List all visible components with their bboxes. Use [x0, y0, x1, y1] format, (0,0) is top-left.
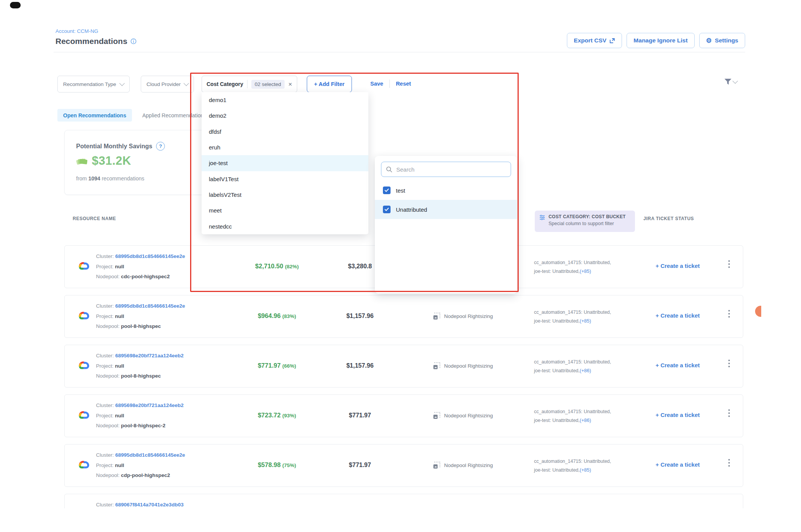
- settings-button[interactable]: ⚙ Settings: [699, 33, 745, 48]
- more-buckets-link[interactable]: (+85): [580, 269, 591, 274]
- column-header-jira-status[interactable]: JIRA TICKET STATUS: [643, 216, 694, 221]
- column-header-cost-category[interactable]: COST CATEGORY: COST BUCKET Special colum…: [535, 211, 635, 232]
- tab-open-recommendations[interactable]: Open Recommendations: [57, 109, 132, 122]
- funnel-icon: [724, 78, 732, 85]
- cluster-link[interactable]: 6895698e20bf721aa124eeb2: [115, 402, 184, 408]
- close-icon[interactable]: ×: [288, 81, 292, 88]
- gcp-cloud-icon: [77, 360, 91, 370]
- table-row[interactable]: Cluster: 6895698e20bf721aa124eeb2 Projec…: [64, 345, 743, 388]
- dropdown-item[interactable]: labelsV2Test: [202, 187, 368, 203]
- monthly-savings-value: $2,710.50 (82%): [233, 263, 321, 270]
- chevron-down-icon: [119, 81, 125, 86]
- dropdown-item[interactable]: demo2: [202, 108, 368, 123]
- reset-filter-link[interactable]: Reset: [396, 81, 411, 87]
- row-menu-icon[interactable]: [728, 260, 730, 268]
- help-icon[interactable]: ?: [156, 142, 165, 151]
- savings-subtitle: from 1094 recommendations: [76, 175, 144, 182]
- checkbox-checked-icon[interactable]: [383, 206, 391, 213]
- nodepool-rightsizing-icon: [433, 362, 441, 370]
- search-input[interactable]: Search: [381, 162, 511, 177]
- tab-applied-recommendations[interactable]: Applied Recommendations: [142, 109, 206, 122]
- checkbox-checked-icon[interactable]: [383, 187, 391, 194]
- cluster-link[interactable]: 68995db8d1c854666145ee2e: [115, 253, 185, 259]
- selected-count-badge: 02 selected: [251, 80, 285, 89]
- recommendation-type-cell: Nodepool Rightsizing: [433, 412, 493, 420]
- gcp-cloud-icon: [77, 310, 91, 320]
- cost-category-dropdown: demo1demo2dfdsferuhjoe-testlabelV1Testla…: [202, 92, 368, 234]
- table-row[interactable]: Cluster: 68995db8d1c854666145ee2e Projec…: [64, 444, 743, 487]
- cost-category-filter[interactable]: Cost Category 02 selected ×: [202, 76, 297, 92]
- nodepool-rightsizing-icon: [433, 461, 441, 469]
- chevron-down-icon: [184, 81, 189, 86]
- monthly-savings-value: $964.96 (83%): [233, 312, 321, 320]
- cluster-link[interactable]: 68995db8d1c854666145ee2e: [115, 303, 185, 309]
- gear-icon: ⚙: [706, 37, 712, 45]
- cost-category-cell: cc_automation_14715: Unattributed, joe-t…: [534, 407, 611, 425]
- more-buckets-link[interactable]: (+86): [580, 418, 591, 423]
- bucket-option-unattributed[interactable]: Unattributed: [375, 200, 517, 219]
- table-row[interactable]: Cluster: 68995db8d1c854666145ee2e Projec…: [64, 295, 743, 338]
- account-breadcrumb[interactable]: Account: CCM-NG: [55, 28, 98, 34]
- filter-panel-toggle[interactable]: [724, 78, 737, 85]
- more-buckets-link[interactable]: (+85): [580, 318, 591, 324]
- screenshot-artifact: [10, 2, 21, 8]
- cost-category-cell: cc_automation_14715: Unattributed, joe-t…: [534, 358, 611, 375]
- dropdown-item[interactable]: nestedcc: [202, 219, 368, 234]
- monthly-cost-value: $1,157.96: [322, 313, 398, 320]
- row-menu-icon[interactable]: [728, 459, 730, 467]
- page-title: Recommendations: [55, 37, 127, 46]
- column-header-resource-name[interactable]: RESOURCE NAME: [73, 216, 116, 221]
- cluster-link[interactable]: 68995db8d1c854666145ee2e: [115, 452, 185, 458]
- monthly-cost-value: $771.97: [322, 412, 398, 419]
- savings-amount: $31.2K: [92, 154, 131, 168]
- monthly-savings-value: $578.98 (75%): [233, 461, 321, 469]
- manage-ignore-list-button[interactable]: Manage Ignore List: [627, 33, 694, 48]
- external-link-icon: [609, 38, 615, 44]
- cluster-link[interactable]: 689067f8414a7041e2e3db03: [115, 502, 184, 508]
- filter-lines-icon: [539, 215, 545, 220]
- export-csv-button[interactable]: Export CSV: [567, 33, 622, 48]
- recommendation-type-cell: Nodepool Rightsizing: [433, 312, 493, 320]
- recommendation-type-cell: Nodepool Rightsizing: [433, 461, 493, 469]
- dropdown-item[interactable]: demo1: [202, 92, 368, 108]
- recommendation-type-cell: Nodepool Rightsizing: [433, 362, 493, 370]
- cost-category-cell: cc_automation_14715: Unattributed, joe-t…: [534, 258, 611, 276]
- chevron-down-icon: [733, 78, 738, 84]
- monthly-savings-value: $723.72 (93%): [233, 412, 321, 419]
- search-placeholder: Search: [396, 166, 415, 173]
- create-ticket-button[interactable]: + Create a ticket: [637, 362, 719, 368]
- cloud-provider-filter[interactable]: Cloud Provider: [141, 76, 194, 92]
- more-buckets-link[interactable]: (+85): [580, 467, 591, 473]
- save-filter-link[interactable]: Save: [370, 81, 383, 87]
- more-buckets-link[interactable]: (+86): [580, 368, 591, 373]
- recommendation-type-filter[interactable]: Recommendation Type: [57, 76, 130, 92]
- table-row[interactable]: Cluster: 689067f8414a7041e2e3db03 Projec…: [64, 494, 743, 508]
- dropdown-item[interactable]: meet: [202, 203, 368, 218]
- create-ticket-button[interactable]: + Create a ticket: [637, 263, 719, 269]
- row-menu-icon[interactable]: [728, 360, 730, 367]
- savings-card-title: Potential Monthly Savings: [76, 143, 152, 150]
- dropdown-item[interactable]: labelV1Test: [202, 171, 368, 187]
- search-icon: [386, 166, 392, 173]
- add-filter-button[interactable]: + Add Filter: [307, 76, 352, 92]
- table-row[interactable]: Cluster: 6895698e20bf721aa124eeb2 Projec…: [64, 394, 743, 437]
- bucket-option-test[interactable]: test: [375, 181, 517, 200]
- cluster-link[interactable]: 6895698e20bf721aa124eeb2: [115, 353, 184, 358]
- dropdown-item[interactable]: eruh: [202, 139, 368, 155]
- info-icon[interactable]: [130, 38, 137, 44]
- monthly-cost-value: $771.97: [322, 462, 398, 469]
- recommendations-page: Account: CCM-NG Recommendations Export C…: [0, 0, 801, 532]
- nodepool-rightsizing-icon: [433, 412, 441, 420]
- nodepool-rightsizing-icon: [433, 312, 441, 320]
- row-menu-icon[interactable]: [728, 310, 730, 318]
- dropdown-item[interactable]: dfdsf: [202, 124, 368, 139]
- dropdown-item[interactable]: joe-test: [202, 155, 368, 171]
- cost-category-cell: cc_automation_14715: Unattributed, joe-t…: [534, 457, 611, 475]
- monthly-savings-value: $771.97 (66%): [233, 362, 321, 369]
- create-ticket-button[interactable]: + Create a ticket: [637, 312, 719, 319]
- create-ticket-button[interactable]: + Create a ticket: [637, 461, 719, 468]
- row-menu-icon[interactable]: [728, 409, 730, 417]
- create-ticket-button[interactable]: + Create a ticket: [637, 412, 719, 418]
- header-divider: [54, 52, 745, 52]
- gcp-cloud-icon: [77, 459, 91, 469]
